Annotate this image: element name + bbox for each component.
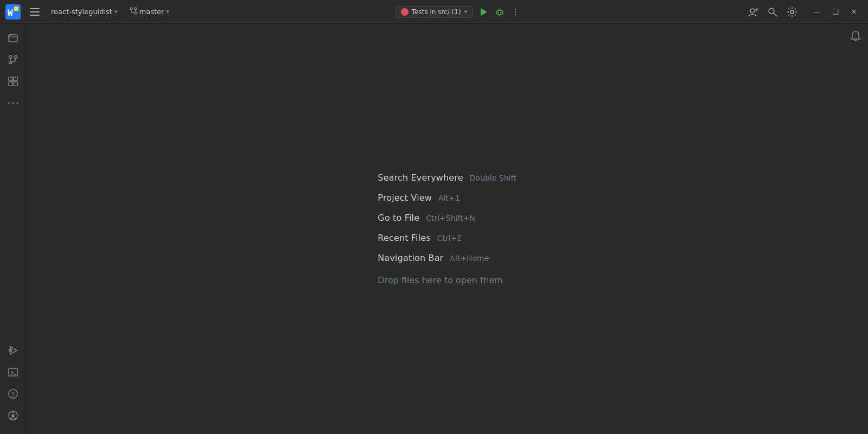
- project-selector[interactable]: react-styleguidist ▾: [47, 5, 122, 18]
- go-to-file-shortcut: Ctrl+Shift+N: [426, 214, 475, 222]
- project-view-shortcut: Alt+1: [438, 194, 460, 202]
- sidebar-run-configs-button[interactable]: [3, 341, 23, 360]
- svg-rect-3: [30, 8, 40, 9]
- svg-rect-25: [9, 77, 12, 81]
- run-config-area: Tests in src/ (1) ▾ ⋮: [177, 4, 741, 20]
- add-profile-button[interactable]: [744, 3, 762, 21]
- run-config-dropdown-icon: ▾: [464, 8, 468, 15]
- recent-files-label: Recent Files: [378, 233, 430, 243]
- branch-icon: [130, 7, 137, 16]
- branch-selector[interactable]: master ▾: [125, 5, 174, 18]
- notification-bell-button[interactable]: [850, 30, 861, 44]
- search-everywhere-label: Search Everywhere: [378, 173, 463, 183]
- svg-rect-2: [14, 7, 18, 11]
- go-to-file-label: Go to File: [378, 213, 419, 223]
- svg-rect-26: [14, 77, 17, 81]
- svg-point-30: [12, 103, 14, 104]
- sidebar-top-section: [3, 28, 23, 339]
- svg-point-29: [8, 103, 9, 104]
- svg-point-31: [16, 103, 18, 104]
- navigation-bar-item[interactable]: Navigation Bar Alt+Home: [378, 253, 489, 263]
- svg-point-20: [790, 10, 794, 14]
- search-everywhere-shortcut: Double Shift: [470, 174, 516, 182]
- sidebar-terminal-button[interactable]: [3, 362, 23, 382]
- sidebar-project-files-button[interactable]: [3, 28, 23, 48]
- titlebar: W react-styleguidist ▾ master ▾: [0, 0, 868, 24]
- sidebar-git-log-button[interactable]: [3, 406, 23, 425]
- run-config-selector[interactable]: Tests in src/ (1) ▾: [395, 6, 473, 18]
- project-view-label: Project View: [378, 193, 432, 203]
- run-more-icon: ⋮: [511, 7, 520, 17]
- maximize-button[interactable]: ❑: [827, 4, 844, 20]
- recent-files-item[interactable]: Recent Files Ctrl+E: [378, 233, 462, 243]
- svg-rect-28: [14, 82, 17, 86]
- svg-point-22: [9, 56, 11, 59]
- navigation-bar-shortcut: Alt+Home: [450, 254, 489, 263]
- debug-button[interactable]: [492, 4, 508, 20]
- recent-files-shortcut: Ctrl+E: [437, 234, 462, 242]
- svg-rect-12: [497, 10, 502, 15]
- svg-point-8: [135, 8, 137, 10]
- sidebar-git-button[interactable]: [3, 50, 23, 69]
- project-dropdown-icon: ▾: [114, 8, 118, 15]
- hamburger-menu-button[interactable]: [26, 3, 43, 21]
- search-everywhere-button[interactable]: [764, 3, 781, 21]
- svg-point-6: [130, 8, 132, 10]
- svg-point-18: [769, 8, 774, 14]
- minimize-button[interactable]: —: [808, 4, 826, 20]
- drop-files-hint: Drop files here to open them: [378, 275, 503, 285]
- svg-point-40: [11, 414, 14, 417]
- app-logo: W: [5, 4, 21, 20]
- window-controls: — ❑ ✕: [808, 4, 863, 20]
- navigation-bar-label: Navigation Bar: [378, 253, 443, 263]
- titlebar-right-actions: [744, 3, 801, 21]
- branch-name: master: [139, 8, 164, 16]
- svg-point-7: [135, 12, 137, 14]
- svg-point-23: [14, 56, 17, 59]
- svg-point-15: [750, 9, 755, 13]
- project-name: react-styleguidist: [51, 8, 112, 16]
- run-more-button[interactable]: ⋮: [508, 4, 523, 20]
- sidebar-more-button[interactable]: [3, 93, 23, 113]
- svg-marker-11: [481, 8, 487, 16]
- svg-rect-5: [30, 15, 40, 16]
- branch-dropdown-icon: ▾: [166, 8, 169, 15]
- svg-point-38: [12, 395, 14, 397]
- run-config-label: Tests in src/ (1): [412, 8, 461, 16]
- svg-rect-34: [9, 368, 17, 376]
- sidebar-plugins-button[interactable]: [3, 72, 23, 91]
- welcome-panel: Search Everywhere Double Shift Project V…: [378, 173, 516, 285]
- svg-point-14: [500, 12, 501, 13]
- run-button[interactable]: [475, 4, 492, 20]
- close-button[interactable]: ✕: [845, 4, 863, 20]
- main-area: Search Everywhere Double Shift Project V…: [0, 24, 868, 434]
- project-view-item[interactable]: Project View Alt+1: [378, 193, 459, 203]
- search-everywhere-item[interactable]: Search Everywhere Double Shift: [378, 173, 516, 183]
- settings-button[interactable]: [783, 3, 801, 21]
- svg-rect-4: [30, 11, 40, 12]
- go-to-file-item[interactable]: Go to File Ctrl+Shift+N: [378, 213, 475, 223]
- svg-rect-27: [9, 82, 12, 86]
- svg-text:W: W: [8, 8, 13, 18]
- left-sidebar: [0, 24, 26, 434]
- run-config-color-indicator: [401, 8, 409, 16]
- sidebar-problems-button[interactable]: [3, 384, 23, 404]
- svg-line-19: [774, 13, 777, 16]
- svg-point-13: [498, 12, 499, 13]
- sidebar-bottom-section: [3, 341, 23, 430]
- editor-content-area: Search Everywhere Double Shift Project V…: [26, 24, 868, 434]
